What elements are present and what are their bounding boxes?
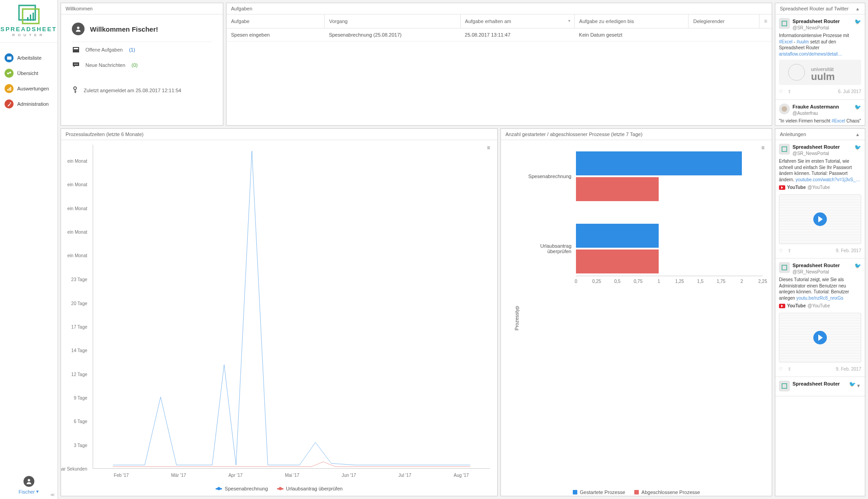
admin-icon xyxy=(5,99,14,108)
share-icon[interactable]: ⇪ xyxy=(788,89,791,95)
share-icon[interactable]: ⇪ xyxy=(788,366,791,372)
like-icon[interactable]: ♡ xyxy=(779,248,783,254)
scroll-up-button[interactable]: ▲ xyxy=(855,6,860,11)
tutorials-panel: Anleitungen ▲ Spreadsheet Router @SR_New… xyxy=(775,128,865,496)
legend-swatch-icon xyxy=(216,488,222,490)
tweet-handle: @SR_NewsPortal xyxy=(793,25,852,31)
last-login-row: Zuletzt angemeldet am 25.08.2017 12:11:5… xyxy=(72,73,212,99)
main-content: Willkommen Willkommen Fischer! Offene Au… xyxy=(58,0,868,499)
panel-title: Aufgaben xyxy=(231,6,252,11)
worklist-icon xyxy=(5,53,14,62)
user-name[interactable]: Fischer▾ xyxy=(19,489,39,494)
svg-point-16 xyxy=(77,64,78,65)
chart-legend: Spesenabrechnung Urlaubsantrag überprüfe… xyxy=(61,486,497,491)
tutorial-post[interactable]: Spreadsheet Router @SR_NewsPortal 🐦 Dies… xyxy=(775,259,865,377)
tweet-text: "In vielen Firmen herrscht #Excel Chaos"… xyxy=(779,118,861,125)
col-aufgabe[interactable]: Aufgabe xyxy=(226,14,324,28)
bar-started[interactable] xyxy=(576,151,742,175)
nav-label: Administration xyxy=(17,101,49,107)
collapse-sidebar-button[interactable]: ≪ xyxy=(50,492,55,497)
tutorial-post[interactable]: Spreadsheet Router 🐦 ▼ xyxy=(775,377,865,396)
svg-rect-23 xyxy=(782,147,787,152)
bar-started[interactable] xyxy=(576,224,659,248)
scroll-down-button[interactable]: ▼ xyxy=(856,383,861,389)
bar-completed[interactable] xyxy=(576,250,659,273)
tweet-avatar-icon xyxy=(779,262,790,273)
logo[interactable]: SPREADSHEET ROUTER xyxy=(0,5,57,43)
nav: Arbeitsliste Übersicht Auswertungen Admi… xyxy=(0,43,57,112)
user-block[interactable]: Fischer▾ xyxy=(0,476,57,494)
svg-point-22 xyxy=(782,106,787,112)
tweet-link[interactable]: aristaflow.com/de/news/detail… xyxy=(779,52,842,56)
svg-rect-3 xyxy=(30,14,31,21)
nav-ubersicht[interactable]: Übersicht xyxy=(0,66,57,81)
line-chart: ≡ ein paar Sekunden 3 Tage 6 Tage 9 Tage… xyxy=(61,140,497,496)
tutorial-post[interactable]: Spreadsheet Router @SR_NewsPortal 🐦 Erfa… xyxy=(775,140,865,259)
svg-rect-25 xyxy=(782,384,787,389)
svg-rect-8 xyxy=(7,89,8,90)
nav-label: Auswertungen xyxy=(17,86,49,91)
youtube-badge[interactable]: YouTube @YouTube xyxy=(779,184,830,191)
scroll-up-button[interactable]: ▲ xyxy=(855,132,860,137)
cell-erledigen: Kein Datum gesetzt xyxy=(575,28,689,42)
col-delegierender[interactable]: Delegierender xyxy=(689,14,759,28)
post-text: Erfahren Sie im ersten Tutorial, wie sch… xyxy=(779,158,861,183)
play-icon xyxy=(813,212,827,226)
tweet-avatar-icon xyxy=(779,381,790,391)
svg-rect-2 xyxy=(27,17,28,21)
col-erledigen[interactable]: Aufgabe zu erledigen bis xyxy=(575,14,689,28)
post-date: 9. Feb. 2017 xyxy=(836,248,861,254)
tasks-panel: Aufgaben Aufgabe Vorgang Aufgabe erhalte… xyxy=(226,3,772,126)
post-author: Spreadsheet Router xyxy=(793,144,852,151)
sidebar: SPREADSHEET ROUTER Arbeitsliste Übersich… xyxy=(0,0,58,499)
like-icon[interactable]: ♡ xyxy=(779,89,783,95)
post-handle: @SR_NewsPortal xyxy=(793,269,852,275)
y-axis-title: Prozesstyp xyxy=(514,306,519,330)
tasks-table: Aufgabe Vorgang Aufgabe erhalten am▾ Auf… xyxy=(226,14,772,42)
video-thumbnail[interactable] xyxy=(779,313,861,362)
youtube-badge[interactable]: YouTube @YouTube xyxy=(779,303,830,309)
svg-text:uulm: uulm xyxy=(811,71,835,82)
chevron-down-icon: ▾ xyxy=(36,489,39,494)
video-thumbnail[interactable] xyxy=(779,194,861,244)
tweet[interactable]: Frauke Austermann @Austerfrau 🐦 "In viel… xyxy=(775,100,865,125)
post-text: Dieses Tutorial zeigt, wie Sie als Admin… xyxy=(779,277,861,301)
process-runtime-panel: Prozesslaufzeiten (letzte 6 Monate) ≡ ei… xyxy=(61,128,498,496)
svg-point-12 xyxy=(28,479,30,481)
share-icon[interactable]: ⇪ xyxy=(788,248,791,254)
post-author: Spreadsheet Router xyxy=(793,381,846,387)
twitter-panel: Spreadsheet Router auf Twitter ▲ Spreads… xyxy=(775,3,865,126)
new-messages-count: (0) xyxy=(132,62,137,68)
brand-title: SPREADSHEET xyxy=(0,26,57,32)
brand-subtitle: ROUTER xyxy=(12,33,45,37)
panel-title: Willkommen xyxy=(66,6,93,11)
x-axis: 0 0,25 0,5 0,75 1 1,25 1,5 1,75 2 2,25 xyxy=(576,276,763,289)
nav-auswertungen[interactable]: Auswertungen xyxy=(0,81,57,96)
reports-icon xyxy=(5,84,14,93)
nav-arbeitsliste[interactable]: Arbeitsliste xyxy=(0,50,57,66)
new-messages-row[interactable]: Neue Nachrichten (0) xyxy=(72,57,212,73)
nav-administration[interactable]: Administration xyxy=(0,96,57,112)
tweet[interactable]: Spreadsheet Router @SR_NewsPortal 🐦 Info… xyxy=(775,14,865,100)
col-options[interactable]: ≡ xyxy=(759,14,772,28)
col-vorgang[interactable]: Vorgang xyxy=(324,14,460,28)
legend-swatch-icon xyxy=(634,490,639,494)
svg-rect-9 xyxy=(9,88,9,90)
nav-label: Arbeitsliste xyxy=(17,55,42,61)
menu-icon: ≡ xyxy=(764,18,767,24)
bar-category: Spesenabrechnung xyxy=(524,174,576,179)
svg-rect-24 xyxy=(782,265,787,270)
cell-delegierender xyxy=(689,28,759,42)
tweet-image: universitätuulm xyxy=(779,60,861,85)
bar-completed[interactable] xyxy=(576,177,659,201)
twitter-icon: 🐦 xyxy=(854,262,861,269)
inbox-icon xyxy=(72,47,80,53)
table-row[interactable]: Spesen eingeben Spesenabrechnung (25.08.… xyxy=(226,28,772,42)
tweet-avatar-icon xyxy=(779,144,790,155)
bar-chart: ≡ Prozesstyp Spesenabrechnung Urlaubsant… xyxy=(501,140,772,496)
like-icon[interactable]: ♡ xyxy=(779,366,783,372)
user-avatar-icon xyxy=(24,476,34,487)
open-tasks-row[interactable]: Offene Aufgaben (1) xyxy=(72,42,212,57)
col-erhalten[interactable]: Aufgabe erhalten am▾ xyxy=(460,14,574,28)
welcome-panel: Willkommen Willkommen Fischer! Offene Au… xyxy=(61,3,223,126)
